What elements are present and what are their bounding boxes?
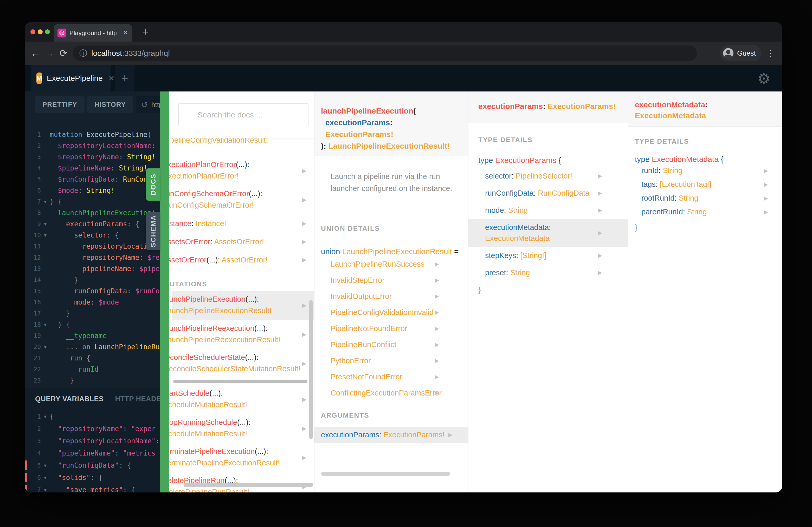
docs-vertical-scrollbar[interactable]: [309, 300, 313, 439]
union-member-row[interactable]: PipelineConfigValidationInvalid▶: [315, 304, 468, 320]
fold-arrow-icon[interactable]: ▾: [41, 344, 50, 350]
expand-arrow-icon[interactable]: ▶: [302, 168, 306, 174]
browser-tab[interactable]: Playground - http://localhost:3 ✕: [54, 24, 132, 42]
union-member-row[interactable]: LaunchPipelineRunSuccess▶: [315, 256, 468, 272]
close-window-button[interactable]: [30, 29, 35, 34]
browser-new-tab-button[interactable]: +: [139, 26, 151, 38]
expand-arrow-icon[interactable]: ▶: [764, 168, 768, 174]
union-member-row[interactable]: PythonError▶: [315, 352, 468, 369]
playground-tab-close-icon[interactable]: ✕: [108, 74, 114, 82]
expand-arrow-icon[interactable]: ▶: [435, 358, 439, 364]
expand-arrow-icon[interactable]: ▶: [764, 181, 768, 187]
tab-http-headers[interactable]: HTTP HEADERS: [115, 395, 160, 403]
type-field-row[interactable]: stepKeys: [String!]▶: [468, 247, 628, 264]
docs-divider-handle[interactable]: [160, 91, 169, 493]
type-field-row[interactable]: mode: String▶: [468, 202, 628, 219]
fold-arrow-icon[interactable]: ▾: [41, 232, 50, 238]
doc-list-item-partial[interactable]: PipelineConfigValidationResult!: [172, 138, 314, 148]
type-field-row[interactable]: selector: PipelineSelector!▶: [468, 167, 628, 184]
doc-list-item[interactable]: runConfigSchemaOrError(...):RunConfigSch…: [172, 185, 314, 214]
doc-list-item[interactable]: executionPlanOrError(...):ExecutionPlanO…: [172, 156, 314, 185]
expand-arrow-icon[interactable]: ▶: [598, 252, 602, 259]
doc-list-item[interactable]: startSchedule(...):ScheduleMutationResul…: [172, 385, 314, 414]
type-field-row[interactable]: runConfigData: RunConfigData▶: [468, 184, 628, 202]
docs-horizontal-scrollbar[interactable]: [172, 378, 314, 385]
doc-list-item[interactable]: assetOrError(...): AssetOrError!▶: [172, 251, 314, 269]
docs-search-input[interactable]: [178, 103, 308, 126]
zoom-window-button[interactable]: [45, 29, 50, 34]
query-code-area[interactable]: 1mutation ExecutePipeline(2 $repositoryL…: [25, 118, 160, 386]
type-field-row[interactable]: parentRunId: String▶: [628, 205, 782, 219]
type-field-row-selected[interactable]: executionMetadata:ExecutionMetadata▶: [468, 219, 628, 247]
address-bar[interactable]: ⓘ localhost:3333/graphql: [73, 45, 697, 61]
expand-arrow-icon[interactable]: ▶: [598, 227, 602, 238]
settings-gear-icon[interactable]: ⚙: [757, 70, 770, 87]
type-field-row[interactable]: runId: String▶: [628, 164, 782, 178]
expand-arrow-icon[interactable]: ▶: [302, 396, 306, 403]
variables-code-area[interactable]: 1▾{2 "repositoryName": "exper3 "reposito…: [25, 403, 160, 493]
union-member-row[interactable]: InvalidStepError▶: [315, 272, 468, 288]
type-field-row[interactable]: tags: [ExecutionTag!]▶: [628, 178, 782, 191]
fold-arrow-icon[interactable]: ▾: [41, 413, 50, 420]
expand-arrow-icon[interactable]: ▶: [764, 195, 768, 201]
expand-arrow-icon[interactable]: ▶: [435, 277, 439, 283]
doc-list-item[interactable]: assetsOrError: AssetsOrError!▶: [172, 232, 314, 251]
type-field-row[interactable]: preset: String▶: [468, 264, 628, 281]
minimize-window-button[interactable]: [38, 29, 43, 34]
fold-arrow-icon[interactable]: ▾: [41, 321, 50, 328]
tab-query-variables[interactable]: QUERY VARIABLES: [35, 395, 104, 403]
schema-tab[interactable]: SCHEMA: [146, 212, 160, 250]
doc-list-item-selected[interactable]: launchPipelineExecution(...):LaunchPipel…: [172, 291, 314, 320]
expand-arrow-icon[interactable]: ▶: [435, 374, 439, 380]
expand-arrow-icon[interactable]: ▶: [435, 293, 439, 299]
union-member-row[interactable]: ConflictingExecutionParamsError▶: [315, 385, 468, 401]
profile-button[interactable]: Guest: [720, 45, 762, 61]
union-member-row[interactable]: PipelineRunConflict▶: [315, 336, 468, 352]
history-button[interactable]: HISTORY: [87, 96, 133, 113]
forward-icon[interactable]: →: [42, 48, 56, 59]
playground-new-tab-button[interactable]: +: [115, 65, 134, 91]
expand-arrow-icon[interactable]: ▶: [435, 309, 439, 315]
type-field-row[interactable]: rootRunId: String▶: [628, 191, 782, 205]
docs-tab[interactable]: DOCS: [146, 168, 160, 201]
expand-arrow-icon[interactable]: ▶: [302, 425, 306, 432]
doc-list-item[interactable]: stopRunningSchedule(...):ScheduleMutatio…: [172, 414, 314, 443]
expand-arrow-icon[interactable]: ▶: [302, 197, 306, 203]
expand-arrow-icon[interactable]: ▶: [764, 209, 768, 215]
expand-arrow-icon[interactable]: ▶: [598, 270, 602, 276]
expand-arrow-icon[interactable]: ▶: [598, 207, 602, 213]
doc-list-item[interactable]: terminatePipelineExecution(...):Terminat…: [172, 443, 314, 472]
expand-arrow-icon[interactable]: ▶: [302, 454, 306, 461]
expand-arrow-icon[interactable]: ▶: [302, 331, 306, 337]
expand-arrow-icon[interactable]: ▶: [435, 261, 439, 267]
expand-arrow-icon[interactable]: ▶: [302, 220, 306, 227]
union-member-row[interactable]: PipelineNotFoundError▶: [315, 320, 468, 336]
expand-arrow-icon[interactable]: ▶: [435, 390, 439, 396]
union-member-row[interactable]: InvalidOutputError▶: [315, 288, 468, 304]
expand-arrow-icon[interactable]: ▶: [302, 302, 306, 308]
fold-arrow-icon[interactable]: ▾: [41, 221, 50, 227]
expand-arrow-icon[interactable]: ▶: [448, 432, 452, 438]
expand-arrow-icon[interactable]: ▶: [302, 239, 306, 245]
docs-horizontal-scrollbar[interactable]: [321, 472, 450, 476]
union-member-row[interactable]: PresetNotFoundError▶: [315, 369, 468, 385]
doc-list-item[interactable]: launchPipelineReexecution(...):LaunchPip…: [172, 320, 314, 349]
doc-list-item[interactable]: instance: Instance!▶: [172, 214, 314, 232]
fold-arrow-icon[interactable]: ▾: [41, 198, 50, 205]
endpoint-reload-icon[interactable]: ↺: [141, 100, 148, 109]
expand-arrow-icon[interactable]: ▶: [302, 257, 306, 263]
doc-list-item[interactable]: deletePipelineRun(...):DeletePipelineRun…: [172, 472, 314, 493]
fold-arrow-icon[interactable]: ▾: [41, 462, 50, 468]
expand-arrow-icon[interactable]: ▶: [598, 173, 602, 179]
docs-horizontal-scrollbar[interactable]: [184, 483, 313, 487]
query-editor-pane[interactable]: PRETTIFY HISTORY ↺ http://loc 1mutation …: [25, 91, 160, 493]
expand-arrow-icon[interactable]: ▶: [302, 360, 306, 367]
endpoint-field[interactable]: ↺ http://loc: [136, 96, 160, 113]
argument-row-selected[interactable]: executionParams: ExecutionParams!▶: [315, 427, 468, 443]
expand-arrow-icon[interactable]: ▶: [435, 325, 439, 332]
playground-tab[interactable]: M ExecutePipeline ✕: [31, 65, 111, 91]
browser-menu-icon[interactable]: ⋮: [766, 48, 775, 59]
expand-arrow-icon[interactable]: ▶: [598, 190, 602, 196]
prettify-button[interactable]: PRETTIFY: [35, 96, 85, 113]
expand-arrow-icon[interactable]: ▶: [435, 342, 439, 348]
